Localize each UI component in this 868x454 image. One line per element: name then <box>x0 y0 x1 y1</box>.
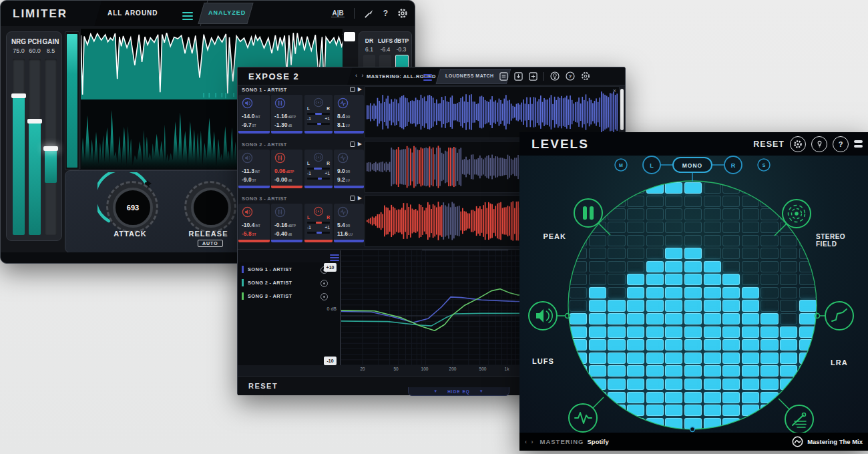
histogram-cell <box>742 353 759 364</box>
channel-side-button[interactable] <box>758 159 770 171</box>
eq-plus10-badge: +10 <box>324 263 337 272</box>
expose-reset-button[interactable]: RESET <box>248 382 278 390</box>
mastering-mode-label[interactable]: MASTERING <box>540 438 584 445</box>
channel-mono-button[interactable] <box>673 158 712 172</box>
dynamics-cell: 8.4DR 8.1LU <box>334 95 364 134</box>
menu-icon[interactable] <box>854 138 863 150</box>
histogram-cell <box>684 326 702 338</box>
preset-nav-arrows[interactable]: ‹ › <box>355 72 365 79</box>
play-icon[interactable]: ▶ <box>358 141 362 147</box>
close-icon[interactable]: × <box>613 87 616 94</box>
meter-value-nrg: 75.0 <box>10 47 27 54</box>
histogram-cell <box>589 287 606 298</box>
export-icon[interactable] <box>514 72 523 81</box>
visibility-eye-icon[interactable] <box>320 293 328 300</box>
gear-icon[interactable] <box>581 71 590 81</box>
help-icon[interactable]: ? <box>833 136 849 152</box>
tips-icon[interactable] <box>550 71 560 81</box>
histogram-cell <box>742 222 759 233</box>
expose-preset-menu-icon[interactable] <box>423 73 432 82</box>
preset-name[interactable]: ALL AROUND <box>107 9 158 17</box>
stereo-field-view-icon[interactable] <box>783 200 811 228</box>
preset-menu-icon[interactable] <box>182 10 193 22</box>
brush-icon[interactable] <box>364 9 374 19</box>
channel-side-label[interactable]: S <box>763 163 766 168</box>
pch-handle[interactable] <box>27 119 42 124</box>
channel-left-label[interactable]: L <box>650 162 654 169</box>
hide-eq-button[interactable]: ▼ HIDE EQ ▼ <box>408 387 509 396</box>
waveform-toggle-button[interactable] <box>344 32 355 41</box>
eq-menu-icon[interactable] <box>330 253 339 262</box>
channel-left-button[interactable] <box>643 156 660 174</box>
channel-mid-button[interactable] <box>615 159 627 171</box>
eq-legend-song3[interactable]: SONG 3 - ARTIST <box>242 292 335 301</box>
help-icon[interactable]: ? <box>383 9 388 18</box>
divider <box>354 8 355 19</box>
channel-right-label[interactable]: R <box>731 162 736 169</box>
histogram-cell <box>704 182 721 194</box>
ab-compare-icon[interactable]: A|B <box>331 9 344 17</box>
gain-handle[interactable] <box>43 146 58 151</box>
histogram-cell <box>742 313 759 324</box>
release-knob-face[interactable] <box>191 188 231 228</box>
histogram-cell <box>780 339 797 351</box>
eq-legend-panel: SONG 1 - ARTIST SONG 2 - ARTIST SONG 3 -… <box>238 262 340 365</box>
channel-mid-label[interactable]: M <box>619 163 623 168</box>
loudness-match-tab[interactable]: LOUDNESS MATCH <box>445 73 494 78</box>
song-waveform[interactable]: 03:18 × <box>365 86 620 138</box>
lufs-view-icon[interactable] <box>529 302 557 330</box>
gear-icon[interactable] <box>397 8 408 19</box>
limiter-title: LIMITER <box>13 7 67 21</box>
histogram-cell <box>665 248 682 259</box>
divider <box>544 72 544 81</box>
peak-view-icon[interactable] <box>574 199 602 227</box>
gear-icon[interactable] <box>790 136 806 152</box>
histogram-cell <box>589 208 606 220</box>
nrg-handle[interactable] <box>11 93 26 98</box>
analyzed-tab[interactable]: ANALYZED <box>208 9 246 16</box>
attack-value[interactable]: 693 <box>113 188 153 228</box>
eq-tick-label: 500 <box>475 367 491 371</box>
color-chip <box>242 279 244 286</box>
histogram-cell <box>722 339 740 351</box>
histogram-cell <box>761 300 778 311</box>
histogram-cell <box>780 196 797 207</box>
help-icon[interactable]: ? <box>566 71 575 81</box>
histogram-cell <box>799 326 817 338</box>
histogram-cell <box>799 405 817 416</box>
levels-reset-button[interactable]: RESET <box>753 140 785 149</box>
histogram-cell <box>570 274 587 285</box>
channel-mono-label[interactable]: MONO <box>682 162 702 169</box>
histogram-cell <box>780 287 797 298</box>
histogram-cell <box>799 208 817 220</box>
histogram-cell <box>704 222 721 233</box>
dynamic-range-view-icon[interactable] <box>569 404 597 432</box>
stereo-cell-alert: LR -1+1 <box>304 204 333 242</box>
play-icon[interactable]: ▶ <box>358 86 362 92</box>
bass-space-view-icon[interactable] <box>785 405 813 433</box>
channel-right-button[interactable] <box>724 156 742 174</box>
eq-tick-label: 100 <box>417 367 433 371</box>
histogram-cell <box>570 313 587 324</box>
visibility-eye-icon[interactable] <box>320 280 328 287</box>
histogram-cell <box>742 182 759 194</box>
eq-tick-label: 50 <box>388 367 404 371</box>
eq-legend-song2[interactable]: SONG 2 - ARTIST <box>242 278 335 288</box>
route-icon[interactable] <box>350 87 355 92</box>
preset-nav-arrows[interactable]: ‹ › <box>525 439 535 445</box>
histogram-cell <box>646 248 664 259</box>
lra-view-icon[interactable] <box>825 302 853 330</box>
add-song-icon[interactable] <box>529 72 537 81</box>
platform-label[interactable]: Spotify <box>588 438 609 445</box>
histogram-cell <box>608 392 625 403</box>
route-icon[interactable] <box>350 196 355 201</box>
histogram-cell <box>799 313 817 324</box>
notes-icon[interactable] <box>499 72 508 81</box>
tips-icon[interactable] <box>811 136 827 152</box>
scrollbar-thumb[interactable] <box>620 89 624 130</box>
route-icon[interactable] <box>350 142 355 147</box>
song-name: SONG 2 - ARTIST <box>242 142 287 148</box>
play-icon[interactable]: ▶ <box>358 195 362 201</box>
eq-legend-song1[interactable]: SONG 1 - ARTIST <box>242 265 335 274</box>
release-auto-badge[interactable]: AUTO <box>198 240 223 247</box>
